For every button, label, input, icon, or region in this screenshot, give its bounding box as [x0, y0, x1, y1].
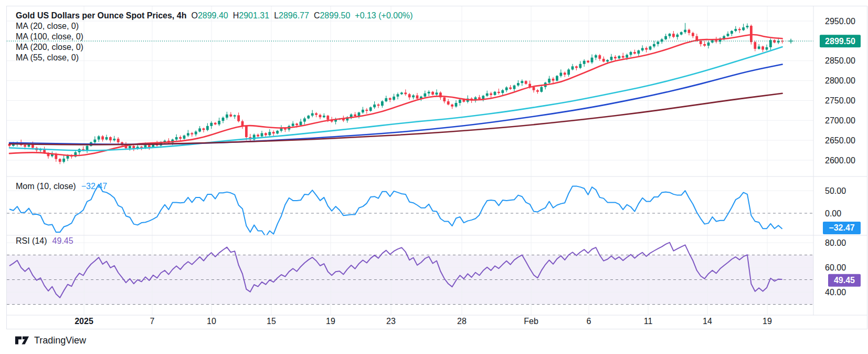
tradingview-logo-icon — [15, 334, 29, 347]
rsi-tick-label: 40.00 — [825, 288, 846, 297]
time-tick-label: 7 — [150, 317, 155, 326]
momentum-legend[interactable]: Mom (10, close)−32.47 — [16, 182, 107, 191]
legend-title-row: Gold US Dollars per Ounce Spot Prices, 4… — [16, 11, 413, 21]
rsi-tick-label: 80.00 — [825, 238, 846, 247]
symbol-title: Gold US Dollars per Ounce Spot Prices, 4… — [16, 11, 186, 20]
price-line-marker-icon — [789, 39, 793, 44]
open-label: O — [191, 11, 197, 20]
price-tick-label: 2750.00 — [825, 96, 855, 105]
low-value: 2896.77 — [279, 11, 309, 20]
momentum-value: −32.47 — [81, 182, 107, 191]
price-tick-label: 2650.00 — [825, 136, 855, 145]
ma-100-line[interactable] — [9, 65, 782, 144]
momentum-tick-label: 50.00 — [825, 186, 846, 195]
momentum-tick-label: 0.00 — [825, 209, 841, 218]
rsi-tick-label: 60.00 — [825, 263, 846, 272]
time-tick-label: 14 — [703, 317, 712, 326]
tradingview-brand-text: TradingView — [34, 335, 86, 346]
price-tick-label: 2850.00 — [825, 56, 855, 65]
rsi-legend[interactable]: RSI (14)49.45 — [16, 236, 73, 246]
low-label: L — [274, 11, 279, 20]
high-label: H — [233, 11, 239, 20]
ma-200-line[interactable] — [9, 93, 782, 145]
svg-text:−32.47: −32.47 — [829, 223, 854, 232]
rsi-label: RSI (14) — [16, 236, 47, 245]
rsi-value: 49.45 — [52, 236, 73, 245]
time-tick-label: 10 — [207, 317, 216, 326]
rsi-value-badge: 49.45 — [828, 274, 861, 287]
time-tick-label: 19 — [763, 317, 772, 326]
time-tick-label: 11 — [644, 317, 653, 326]
price-tick-label: 2700.00 — [825, 116, 855, 125]
time-tick-label: 23 — [386, 317, 396, 326]
symbol-legend[interactable]: Gold US Dollars per Ounce Spot Prices, 4… — [16, 11, 413, 63]
svg-text:2899.50: 2899.50 — [825, 37, 855, 46]
time-tick-label: 15 — [267, 317, 276, 326]
ma-55-legend[interactable]: MA (55, close, 0) — [16, 53, 413, 63]
tradingview-attribution[interactable]: TradingView — [15, 334, 86, 347]
time-tick-label: 19 — [326, 317, 335, 326]
momentum-label: Mom (10, close) — [16, 182, 76, 191]
time-axis[interactable]: 202571015192328Feb6111419 — [75, 317, 772, 326]
trading-chart-widget: 2950.002850.002800.002750.002700.002650.… — [0, 0, 868, 354]
change-value: +0.13 (+0.00%) — [355, 11, 412, 20]
time-tick-label: Feb — [524, 317, 538, 326]
price-tick-label: 2600.00 — [825, 156, 855, 165]
price-tick-label: 2950.00 — [825, 17, 855, 26]
current-price-badge: 2899.50 — [820, 35, 861, 47]
close-value: 2899.50 — [320, 11, 350, 20]
price-axis[interactable]: 2950.002850.002800.002750.002700.002650.… — [825, 17, 855, 297]
open-value: 2899.40 — [198, 11, 228, 20]
momentum-value-badge: −32.47 — [823, 222, 861, 234]
momentum-line[interactable] — [9, 184, 782, 237]
time-tick-label: 28 — [457, 317, 467, 326]
high-value: 2901.31 — [239, 11, 269, 20]
ma-20-legend[interactable]: MA (20, close, 0) — [16, 21, 413, 32]
close-label: C — [314, 11, 320, 20]
ma-200-legend[interactable]: MA (200, close, 0) — [16, 42, 413, 53]
ma-100-legend[interactable]: MA (100, close, 0) — [16, 32, 413, 42]
price-tick-label: 2800.00 — [825, 76, 855, 85]
time-tick-label: 2025 — [75, 317, 93, 326]
time-tick-label: 6 — [587, 317, 591, 326]
svg-text:49.45: 49.45 — [834, 276, 855, 285]
